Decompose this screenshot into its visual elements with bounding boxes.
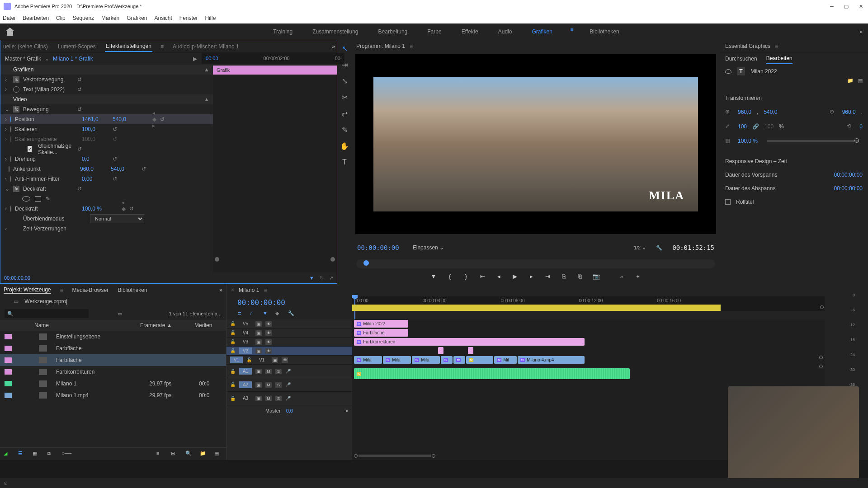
add-marker-icon[interactable]: ▼ xyxy=(263,310,270,318)
new-item-icon[interactable]: ▤ xyxy=(214,450,222,458)
lock-icon[interactable]: 🔓 xyxy=(230,330,236,335)
tab-effekteinstellungen[interactable]: Effekteinstellungen xyxy=(105,41,152,52)
extract-icon[interactable]: ⎗ xyxy=(576,272,584,280)
tag-icon[interactable]: ◢ xyxy=(4,450,12,458)
track-v5[interactable]: V5 xyxy=(239,321,252,326)
collapse-icon[interactable]: ▲ xyxy=(204,66,209,73)
target-clip-label[interactable]: Milano 1 * Grafik xyxy=(53,56,93,62)
lock-icon[interactable]: 🔓 xyxy=(230,321,236,326)
track-a3[interactable]: A3 xyxy=(239,396,252,401)
stopwatch-icon[interactable] xyxy=(10,156,11,162)
clip-small-2[interactable]: fx xyxy=(453,356,465,364)
bin-item[interactable]: Milano 1.mp4 29,97 fps 00:0 xyxy=(0,389,226,401)
reset-icon[interactable]: ↺ xyxy=(77,76,82,83)
loop-icon[interactable]: ↻ xyxy=(320,275,324,281)
fx-icon[interactable]: fx xyxy=(13,186,19,192)
zoom-slider-icon[interactable]: ○── xyxy=(61,450,70,458)
program-scrubber[interactable] xyxy=(356,259,715,268)
clip-marker[interactable] xyxy=(438,347,443,354)
tl-settings-icon[interactable]: 🔧 xyxy=(288,310,295,318)
mute-toggle[interactable]: M xyxy=(265,396,272,401)
scroll-end-handle[interactable] xyxy=(820,305,824,309)
lock-icon[interactable]: 🔓 xyxy=(230,339,236,344)
goto-in-icon[interactable]: ⇤ xyxy=(478,272,486,280)
anker-x[interactable]: 960,0 xyxy=(80,166,107,172)
add-button-icon[interactable]: + xyxy=(634,272,642,280)
lock-icon[interactable]: 🔓 xyxy=(230,348,236,353)
pen-tool-icon[interactable]: ✎ xyxy=(340,125,349,135)
goto-out-icon[interactable]: ⇥ xyxy=(543,272,552,280)
tab-source[interactable]: uelle: (keine Clips) xyxy=(2,42,49,52)
eye-toggle[interactable]: 👁 xyxy=(265,330,272,336)
play-button[interactable]: ▶ xyxy=(511,272,519,280)
eg-menu-icon[interactable]: ≡ xyxy=(775,43,778,49)
program-timecode[interactable]: 00:00:00:00 xyxy=(357,244,399,251)
project-search-input[interactable] xyxy=(5,309,89,318)
reset-icon[interactable]: ↺ xyxy=(77,106,82,113)
track-v2[interactable]: V2 xyxy=(239,347,252,354)
drehung-value[interactable]: 0,0 xyxy=(82,156,109,162)
lock-icon[interactable]: 🔓 xyxy=(230,382,236,387)
overflow-icon[interactable]: » xyxy=(219,287,222,293)
hand-tool-icon[interactable]: ✋ xyxy=(340,141,349,151)
list-view-icon[interactable]: ☰ xyxy=(18,450,26,458)
prop-bewegung[interactable]: Bewegung xyxy=(23,106,49,113)
bin-item[interactable]: Farbkorrekturen xyxy=(0,366,226,378)
play-icon[interactable]: ▶ xyxy=(193,56,197,62)
deckkraft-value[interactable]: 100,0 % xyxy=(82,206,109,212)
track-v1-src[interactable]: V1 xyxy=(230,357,243,363)
sequence-name[interactable]: Milano 1 xyxy=(239,287,259,293)
collapse-icon[interactable]: ▲ xyxy=(204,96,209,103)
reset-icon[interactable]: ↺ xyxy=(113,136,117,142)
skalieren-value[interactable]: 100,0 xyxy=(82,126,109,132)
col-name[interactable]: Name xyxy=(34,322,131,328)
eg-pos-x[interactable]: 960,0 xyxy=(738,109,751,115)
col-framerate[interactable]: Framerate ▲ xyxy=(140,322,185,328)
reset-icon[interactable]: ↺ xyxy=(77,86,82,93)
stopwatch-active-icon[interactable] xyxy=(10,116,11,122)
seq-menu-icon[interactable]: ≡ xyxy=(264,287,267,293)
workspace-training[interactable]: Training xyxy=(269,27,296,37)
keyframe-nav[interactable]: ◂ ◆ ▸ xyxy=(152,110,156,129)
clip-small-1[interactable]: fx xyxy=(441,356,453,364)
razor-tool-icon[interactable]: ✂ xyxy=(340,92,349,102)
bin-item[interactable]: Farbfläche xyxy=(0,354,226,366)
vorspann-value[interactable]: 00:00:00:00 xyxy=(834,172,863,178)
menu-bearbeiten[interactable]: Bearbeiten xyxy=(23,15,49,21)
lock-icon[interactable]: 🔓 xyxy=(246,357,252,362)
opacity-slider[interactable] xyxy=(767,140,859,142)
visibility-icon[interactable] xyxy=(725,69,731,74)
freeform-view-icon[interactable]: ⧉ xyxy=(47,450,55,458)
clip-milan2022[interactable]: fxMilan 2022 xyxy=(354,320,408,328)
eg-scale[interactable]: 100 xyxy=(738,123,747,130)
workspace-effekte[interactable]: Effekte xyxy=(458,27,482,37)
position-y[interactable]: 540,0 xyxy=(113,116,140,122)
close-seq-icon[interactable]: × xyxy=(231,287,234,293)
goto-end-icon[interactable]: ⇥ xyxy=(344,408,348,414)
new-bin-icon[interactable]: 📁 xyxy=(200,450,208,458)
link-icon[interactable]: 🔗 xyxy=(752,123,759,130)
scroll-handle-left[interactable] xyxy=(215,257,219,262)
blend-mode-select[interactable]: Normal xyxy=(90,214,144,223)
solo-toggle[interactable]: S xyxy=(275,396,282,401)
mute-toggle[interactable]: M xyxy=(265,382,272,388)
icon-view-icon[interactable]: ▦ xyxy=(33,450,41,458)
lock-icon[interactable]: 🔓 xyxy=(230,396,236,401)
scrubber-handle[interactable] xyxy=(363,260,369,266)
reset-icon[interactable]: ↺ xyxy=(129,206,134,212)
prop-vektorbewegung[interactable]: Vektorbewegung xyxy=(23,76,63,83)
output-toggle[interactable]: ▣ xyxy=(255,348,262,354)
close-button[interactable]: ✕ xyxy=(857,3,864,10)
grafik-timeline-clip[interactable]: Grafik xyxy=(213,66,337,75)
mask-ellipse-icon[interactable] xyxy=(22,196,30,202)
clip-small-3[interactable]: fx xyxy=(466,356,493,364)
mute-toggle[interactable]: M xyxy=(265,369,272,374)
timeline-timecode[interactable]: 00:00:00:00 xyxy=(226,296,352,309)
track-v3[interactable]: V3 xyxy=(239,339,252,344)
tab-audioclip-mischer[interactable]: Audioclip-Mischer: Milano 1 xyxy=(172,42,240,52)
output-toggle[interactable]: ▣ xyxy=(255,330,262,336)
output-toggle[interactable]: ▣ xyxy=(255,396,262,401)
track-a1[interactable]: A1 xyxy=(239,368,252,375)
overflow-icon[interactable]: » xyxy=(618,272,626,280)
reset-icon[interactable]: ↺ xyxy=(113,126,117,132)
